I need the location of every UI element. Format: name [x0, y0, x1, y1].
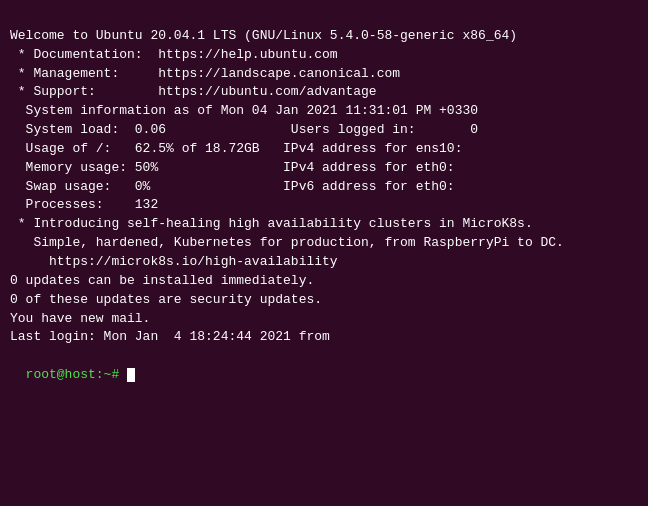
terminal-line: Welcome to Ubuntu 20.04.1 LTS (GNU/Linux… [10, 27, 638, 46]
terminal-line: Memory usage: 50% IPv4 address for eth0: [10, 159, 638, 178]
terminal-line: Usage of /: 62.5% of 18.72GB IPv4 addres… [10, 140, 638, 159]
terminal-line: Last login: Mon Jan 4 18:24:44 2021 from [10, 328, 638, 347]
terminal-line: Swap usage: 0% IPv6 address for eth0: [10, 178, 638, 197]
cursor [127, 368, 135, 382]
terminal-line: 0 updates can be installed immediately. [10, 272, 638, 291]
terminal-line: System information as of Mon 04 Jan 2021… [10, 102, 638, 121]
terminal-line: https://microk8s.io/high-availability [10, 253, 638, 272]
terminal-line: System load: 0.06 Users logged in: 0 [10, 121, 638, 140]
terminal-line: 0 of these updates are security updates. [10, 291, 638, 310]
terminal-output: Welcome to Ubuntu 20.04.1 LTS (GNU/Linux… [10, 8, 638, 347]
terminal-line: * Support: https://ubuntu.com/advantage [10, 83, 638, 102]
terminal-line: * Management: https://landscape.canonica… [10, 65, 638, 84]
terminal-line: * Introducing self-healing high availabi… [10, 215, 638, 234]
terminal-line: * Documentation: https://help.ubuntu.com [10, 46, 638, 65]
terminal-line: Simple, hardened, Kubernetes for product… [10, 234, 638, 253]
terminal-prompt-line: root@host:~# [10, 347, 638, 385]
terminal-line: You have new mail. [10, 310, 638, 329]
prompt-text: root@host:~# [26, 367, 127, 382]
terminal-line: Processes: 132 [10, 196, 638, 215]
